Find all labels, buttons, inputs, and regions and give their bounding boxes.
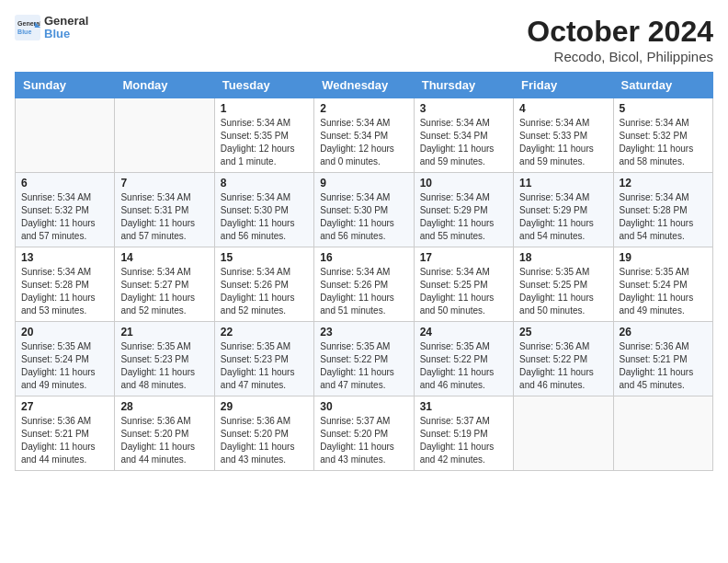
calendar-cell: 12Sunrise: 5:34 AM Sunset: 5:28 PM Dayli… xyxy=(613,173,712,247)
day-number: 25 xyxy=(519,326,607,339)
title-area: October 2024 Recodo, Bicol, Philippines xyxy=(527,15,713,64)
day-info: Sunrise: 5:37 AM Sunset: 5:20 PM Dayligh… xyxy=(320,415,407,466)
day-info: Sunrise: 5:34 AM Sunset: 5:33 PM Dayligh… xyxy=(519,117,607,168)
week-row-5: 27Sunrise: 5:36 AM Sunset: 5:21 PM Dayli… xyxy=(16,396,713,471)
week-row-2: 6Sunrise: 5:34 AM Sunset: 5:32 PM Daylig… xyxy=(16,173,713,247)
calendar-table: SundayMondayTuesdayWednesdayThursdayFrid… xyxy=(15,72,713,471)
day-info: Sunrise: 5:34 AM Sunset: 5:29 PM Dayligh… xyxy=(519,191,607,243)
day-info: Sunrise: 5:34 AM Sunset: 5:26 PM Dayligh… xyxy=(320,266,407,317)
calendar-cell: 18Sunrise: 5:35 AM Sunset: 5:25 PM Dayli… xyxy=(514,247,613,322)
day-info: Sunrise: 5:35 AM Sunset: 5:23 PM Dayligh… xyxy=(120,340,208,392)
day-number: 31 xyxy=(420,400,507,413)
day-number: 30 xyxy=(320,400,407,413)
day-info: Sunrise: 5:35 AM Sunset: 5:22 PM Dayligh… xyxy=(320,340,407,392)
day-number: 21 xyxy=(120,326,208,339)
day-info: Sunrise: 5:36 AM Sunset: 5:21 PM Dayligh… xyxy=(21,415,108,466)
day-info: Sunrise: 5:35 AM Sunset: 5:22 PM Dayligh… xyxy=(420,340,507,392)
day-number: 6 xyxy=(21,177,108,190)
day-number: 27 xyxy=(21,400,108,413)
page-header: General Blue General Blue October 2024 R… xyxy=(15,15,713,64)
calendar-cell: 23Sunrise: 5:35 AM Sunset: 5:22 PM Dayli… xyxy=(314,322,414,396)
week-row-3: 13Sunrise: 5:34 AM Sunset: 5:28 PM Dayli… xyxy=(16,247,713,322)
calendar-cell: 7Sunrise: 5:34 AM Sunset: 5:31 PM Daylig… xyxy=(115,173,214,247)
calendar-cell: 3Sunrise: 5:34 AM Sunset: 5:34 PM Daylig… xyxy=(414,98,513,173)
day-info: Sunrise: 5:34 AM Sunset: 5:31 PM Dayligh… xyxy=(120,191,208,243)
day-info: Sunrise: 5:34 AM Sunset: 5:26 PM Dayligh… xyxy=(221,266,308,317)
calendar-cell: 19Sunrise: 5:35 AM Sunset: 5:24 PM Dayli… xyxy=(613,247,712,322)
day-number: 7 xyxy=(120,177,208,190)
logo-text: General Blue xyxy=(44,15,88,41)
day-info: Sunrise: 5:34 AM Sunset: 5:34 PM Dayligh… xyxy=(420,117,507,168)
day-info: Sunrise: 5:35 AM Sunset: 5:25 PM Dayligh… xyxy=(519,266,607,317)
calendar-cell: 10Sunrise: 5:34 AM Sunset: 5:29 PM Dayli… xyxy=(414,173,513,247)
calendar-cell xyxy=(514,396,613,471)
weekday-header-friday: Friday xyxy=(514,73,613,98)
calendar-cell: 13Sunrise: 5:34 AM Sunset: 5:28 PM Dayli… xyxy=(16,247,115,322)
page-title: October 2024 xyxy=(527,15,713,49)
calendar-cell: 26Sunrise: 5:36 AM Sunset: 5:21 PM Dayli… xyxy=(613,322,712,396)
weekday-header-sunday: Sunday xyxy=(16,73,115,98)
day-info: Sunrise: 5:35 AM Sunset: 5:24 PM Dayligh… xyxy=(620,266,707,317)
day-number: 14 xyxy=(120,251,208,264)
calendar-cell: 4Sunrise: 5:34 AM Sunset: 5:33 PM Daylig… xyxy=(514,98,613,173)
calendar-cell xyxy=(613,396,712,471)
day-number: 23 xyxy=(320,326,407,339)
day-info: Sunrise: 5:36 AM Sunset: 5:21 PM Dayligh… xyxy=(620,340,707,392)
weekday-header-monday: Monday xyxy=(115,73,214,98)
day-number: 26 xyxy=(620,326,707,339)
day-number: 15 xyxy=(221,251,308,264)
week-row-1: 1Sunrise: 5:34 AM Sunset: 5:35 PM Daylig… xyxy=(16,98,713,173)
weekday-header-saturday: Saturday xyxy=(613,73,712,98)
calendar-cell: 16Sunrise: 5:34 AM Sunset: 5:26 PM Dayli… xyxy=(314,247,414,322)
day-info: Sunrise: 5:34 AM Sunset: 5:28 PM Dayligh… xyxy=(21,266,108,317)
calendar-cell xyxy=(115,98,214,173)
day-number: 8 xyxy=(221,177,308,190)
day-number: 18 xyxy=(519,251,607,264)
calendar-cell: 5Sunrise: 5:34 AM Sunset: 5:32 PM Daylig… xyxy=(613,98,712,173)
weekday-header-row: SundayMondayTuesdayWednesdayThursdayFrid… xyxy=(16,73,713,98)
calendar-cell: 31Sunrise: 5:37 AM Sunset: 5:19 PM Dayli… xyxy=(414,396,513,471)
day-info: Sunrise: 5:34 AM Sunset: 5:29 PM Dayligh… xyxy=(420,191,507,243)
page-subtitle: Recodo, Bicol, Philippines xyxy=(527,49,713,64)
day-number: 3 xyxy=(420,102,507,115)
day-number: 2 xyxy=(320,102,407,115)
calendar-cell: 1Sunrise: 5:34 AM Sunset: 5:35 PM Daylig… xyxy=(214,98,313,173)
calendar-cell: 22Sunrise: 5:35 AM Sunset: 5:23 PM Dayli… xyxy=(214,322,313,396)
day-number: 13 xyxy=(21,251,108,264)
day-number: 1 xyxy=(221,102,308,115)
calendar-cell: 9Sunrise: 5:34 AM Sunset: 5:30 PM Daylig… xyxy=(314,173,414,247)
day-info: Sunrise: 5:34 AM Sunset: 5:32 PM Dayligh… xyxy=(620,117,707,168)
day-number: 4 xyxy=(519,102,607,115)
calendar-cell: 6Sunrise: 5:34 AM Sunset: 5:32 PM Daylig… xyxy=(16,173,115,247)
day-info: Sunrise: 5:34 AM Sunset: 5:30 PM Dayligh… xyxy=(320,191,407,243)
day-info: Sunrise: 5:36 AM Sunset: 5:20 PM Dayligh… xyxy=(120,415,208,466)
calendar-cell: 28Sunrise: 5:36 AM Sunset: 5:20 PM Dayli… xyxy=(115,396,214,471)
calendar-cell: 20Sunrise: 5:35 AM Sunset: 5:24 PM Dayli… xyxy=(16,322,115,396)
day-number: 10 xyxy=(420,177,507,190)
day-number: 5 xyxy=(620,102,707,115)
calendar-cell: 29Sunrise: 5:36 AM Sunset: 5:20 PM Dayli… xyxy=(214,396,313,471)
day-number: 20 xyxy=(21,326,108,339)
day-info: Sunrise: 5:34 AM Sunset: 5:28 PM Dayligh… xyxy=(620,191,707,243)
calendar-cell: 30Sunrise: 5:37 AM Sunset: 5:20 PM Dayli… xyxy=(314,396,414,471)
day-number: 22 xyxy=(221,326,308,339)
day-number: 12 xyxy=(620,177,707,190)
day-info: Sunrise: 5:34 AM Sunset: 5:27 PM Dayligh… xyxy=(120,266,208,317)
day-info: Sunrise: 5:35 AM Sunset: 5:23 PM Dayligh… xyxy=(221,340,308,392)
day-number: 17 xyxy=(420,251,507,264)
calendar-cell: 25Sunrise: 5:36 AM Sunset: 5:22 PM Dayli… xyxy=(514,322,613,396)
day-number: 11 xyxy=(519,177,607,190)
day-number: 16 xyxy=(320,251,407,264)
day-number: 28 xyxy=(120,400,208,413)
day-info: Sunrise: 5:37 AM Sunset: 5:19 PM Dayligh… xyxy=(420,415,507,466)
logo-icon: General Blue xyxy=(15,15,40,40)
day-info: Sunrise: 5:36 AM Sunset: 5:22 PM Dayligh… xyxy=(519,340,607,392)
svg-text:Blue: Blue xyxy=(17,29,31,35)
weekday-header-tuesday: Tuesday xyxy=(214,73,313,98)
weekday-header-wednesday: Wednesday xyxy=(314,73,414,98)
day-number: 24 xyxy=(420,326,507,339)
day-number: 9 xyxy=(320,177,407,190)
day-info: Sunrise: 5:34 AM Sunset: 5:25 PM Dayligh… xyxy=(420,266,507,317)
calendar-cell: 17Sunrise: 5:34 AM Sunset: 5:25 PM Dayli… xyxy=(414,247,513,322)
day-info: Sunrise: 5:35 AM Sunset: 5:24 PM Dayligh… xyxy=(21,340,108,392)
